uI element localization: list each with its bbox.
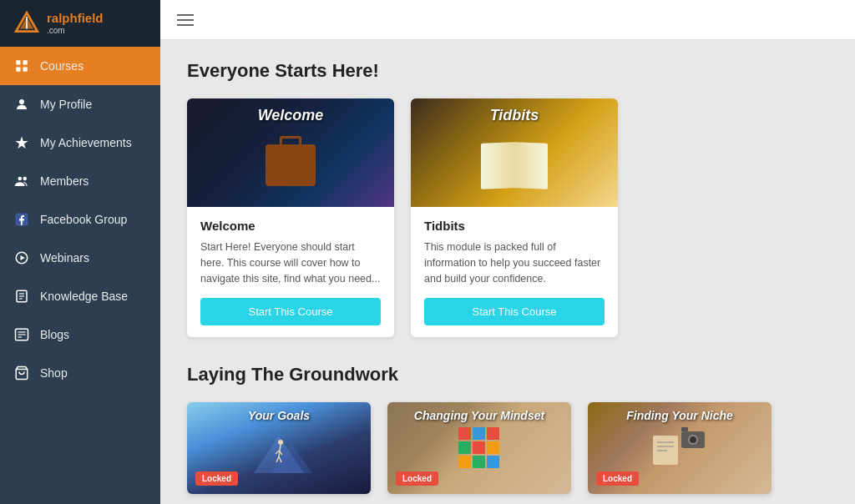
course-thumb-label-mindset: Changing Your Mindset — [387, 409, 571, 422]
section-1-title: Everyone Starts Here! — [187, 60, 828, 82]
section-1-cards: Welcome Welcome Start Here! Everyone sho… — [187, 98, 828, 337]
course-card-tidbits: Tidbits Tidbits This module is packed fu… — [411, 98, 618, 337]
svg-rect-31 — [473, 427, 485, 440]
svg-point-7 — [19, 99, 24, 104]
main-content: Everyone Starts Here! Welcome Welcome St… — [160, 40, 855, 504]
start-course-welcome-button[interactable]: Start This Course — [200, 298, 381, 325]
svg-marker-12 — [21, 255, 25, 260]
sidebar-item-members-label: Members — [40, 174, 89, 188]
sidebar-nav: Courses My Profile My Achievements Membe… — [0, 47, 160, 392]
sidebar-item-blogs[interactable]: Blogs — [0, 315, 160, 354]
course-desc-welcome: Start Here! Everyone should start here. … — [200, 239, 381, 286]
hamburger-menu[interactable] — [177, 14, 194, 26]
members-icon — [13, 173, 30, 189]
sidebar-item-shop[interactable]: Shop — [0, 354, 160, 392]
sidebar-item-my-profile-label: My Profile — [40, 98, 92, 111]
course-card-mindset[interactable]: Changing Your Mindset Locked — [387, 402, 571, 494]
course-card-niche[interactable]: Finding Your Niche Locked — [588, 402, 772, 494]
svg-rect-35 — [487, 441, 499, 454]
brand-domain: .com — [47, 26, 104, 35]
topbar — [160, 0, 855, 40]
niche-graphic — [646, 419, 713, 477]
sidebar-item-facebook-group-label: Facebook Group — [40, 213, 127, 226]
goals-graphic — [245, 419, 312, 477]
blogs-icon — [13, 326, 30, 343]
sidebar-item-knowledge-base[interactable]: Knowledge Base — [0, 277, 160, 315]
facebook-icon — [13, 211, 30, 228]
logo-icon — [13, 10, 40, 37]
locked-badge-goals: Locked — [195, 471, 238, 486]
sidebar-item-shop-label: Shop — [40, 366, 68, 380]
suitcase-graphic — [266, 144, 316, 186]
webinars-icon — [13, 249, 30, 266]
course-card-welcome: Welcome Welcome Start Here! Everyone sho… — [187, 98, 394, 337]
sidebar-item-blogs-label: Blogs — [40, 328, 69, 341]
section-2-title: Laying The Groundwork — [187, 364, 828, 386]
hamburger-line-1 — [177, 14, 194, 16]
knowledge-base-icon — [13, 288, 30, 305]
course-body-tidbits: Tidbits This module is packed full of in… — [411, 207, 618, 337]
svg-rect-6 — [23, 68, 28, 72]
profile-icon — [13, 96, 30, 113]
svg-rect-32 — [487, 427, 499, 440]
svg-rect-46 — [681, 427, 688, 431]
svg-rect-5 — [16, 68, 20, 72]
main-area: Everyone Starts Here! Welcome Welcome St… — [160, 0, 855, 504]
svg-point-45 — [690, 436, 696, 443]
start-course-tidbits-button[interactable]: Start This Course — [424, 298, 605, 325]
course-thumb-label-welcome: Welcome — [187, 107, 394, 124]
sidebar-item-webinars[interactable]: Webinars — [0, 239, 160, 277]
course-title-welcome: Welcome — [200, 219, 381, 233]
course-card-your-goals[interactable]: Your Goals Locked — [187, 402, 371, 494]
sidebar-item-facebook-group[interactable]: Facebook Group — [0, 200, 160, 239]
locked-badge-niche: Locked — [596, 471, 639, 486]
courses-icon — [13, 58, 30, 74]
svg-point-9 — [23, 177, 28, 181]
brand-name: ralphfield — [47, 12, 104, 26]
sidebar-item-my-achievements-label: My Achievements — [40, 136, 132, 149]
svg-rect-4 — [23, 60, 28, 64]
course-desc-tidbits: This module is packed full of informatio… — [424, 239, 605, 286]
course-thumb-label-niche: Finding Your Niche — [588, 409, 772, 422]
shop-icon — [13, 365, 30, 381]
course-thumbnail-tidbits: Tidbits — [411, 98, 618, 207]
svg-rect-3 — [16, 60, 20, 64]
hamburger-line-3 — [177, 24, 194, 26]
sidebar-item-courses-label: Courses — [40, 59, 83, 73]
achievements-icon — [13, 134, 30, 151]
svg-point-8 — [18, 177, 23, 181]
section-2-cards: Your Goals Locked — [187, 402, 828, 494]
course-thumbnail-welcome: Welcome — [187, 98, 394, 207]
course-body-welcome: Welcome Start Here! Everyone should star… — [187, 207, 394, 337]
logo[interactable]: ralphfield .com — [0, 0, 160, 47]
svg-rect-36 — [458, 456, 471, 468]
sidebar-item-courses[interactable]: Courses — [0, 47, 160, 85]
course-title-tidbits: Tidbits — [424, 219, 605, 233]
svg-rect-33 — [458, 441, 471, 454]
course-thumb-label-tidbits: Tidbits — [411, 107, 618, 124]
course-thumb-label-goals: Your Goals — [187, 409, 371, 422]
sidebar-item-my-profile[interactable]: My Profile — [0, 85, 160, 123]
book-graphic — [481, 143, 548, 189]
sidebar-item-members[interactable]: Members — [0, 162, 160, 200]
sidebar-item-knowledge-base-label: Knowledge Base — [40, 290, 128, 303]
sidebar-item-my-achievements[interactable]: My Achievements — [0, 123, 160, 162]
sidebar: ralphfield .com Courses My Profile My Ac… — [0, 0, 160, 504]
svg-rect-38 — [487, 456, 499, 468]
svg-point-24 — [278, 440, 283, 445]
locked-badge-mindset: Locked — [396, 471, 438, 486]
sidebar-item-webinars-label: Webinars — [40, 251, 89, 265]
svg-rect-34 — [473, 441, 485, 454]
svg-rect-37 — [473, 456, 485, 468]
mindset-graphic — [454, 423, 504, 473]
svg-rect-30 — [458, 427, 471, 440]
hamburger-line-2 — [177, 19, 194, 21]
